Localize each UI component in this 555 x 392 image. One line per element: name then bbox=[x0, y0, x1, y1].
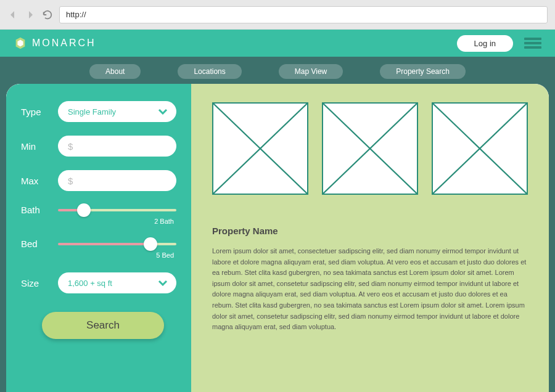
nav-map-view[interactable]: Map View bbox=[279, 64, 343, 79]
max-label: Max bbox=[21, 176, 49, 186]
bed-caption: 5 Bed bbox=[21, 251, 176, 259]
thumbnail-placeholder[interactable] bbox=[322, 102, 418, 195]
image-thumbnails bbox=[212, 102, 528, 195]
menu-icon[interactable] bbox=[524, 36, 541, 51]
bath-slider-thumb[interactable] bbox=[77, 203, 91, 217]
main-panel: Type Single Family Min $ Max $ Bath bbox=[6, 84, 549, 392]
filter-max-row: Max $ bbox=[21, 170, 176, 191]
bed-slider-thumb[interactable] bbox=[144, 237, 157, 251]
type-select[interactable]: Single Family bbox=[58, 101, 176, 122]
filter-size-row: Size 1,600 + sq ft bbox=[21, 272, 176, 293]
filter-bed-row: Bed 5 Bed bbox=[21, 239, 176, 259]
nav-locations[interactable]: Locations bbox=[178, 64, 241, 79]
bath-label: Bath bbox=[21, 205, 49, 215]
forward-button[interactable] bbox=[25, 9, 36, 20]
filter-sidebar: Type Single Family Min $ Max $ Bath bbox=[6, 84, 191, 392]
thumbnail-placeholder[interactable] bbox=[432, 102, 528, 195]
filter-min-row: Min $ bbox=[21, 136, 176, 157]
bath-slider[interactable] bbox=[58, 209, 176, 211]
filter-bath-row: Bath 2 Bath bbox=[21, 205, 176, 225]
property-description: Lorem ipsum dolor sit amet, consectetuer… bbox=[212, 246, 528, 333]
filter-type-row: Type Single Family bbox=[21, 101, 176, 122]
chevron-down-icon bbox=[158, 106, 168, 117]
size-label: Size bbox=[21, 278, 49, 288]
refresh-button[interactable] bbox=[42, 9, 53, 20]
login-button[interactable]: Log in bbox=[457, 35, 513, 52]
min-input[interactable]: $ bbox=[58, 136, 176, 157]
nav-about[interactable]: About bbox=[89, 64, 141, 79]
url-input[interactable] bbox=[59, 6, 548, 23]
min-label: Min bbox=[21, 141, 49, 152]
nav-property-search[interactable]: Property Search bbox=[380, 64, 466, 79]
type-value: Single Family bbox=[68, 107, 116, 116]
min-placeholder: $ bbox=[68, 141, 73, 152]
size-select[interactable]: 1,600 + sq ft bbox=[58, 272, 176, 293]
thumbnail-placeholder[interactable] bbox=[212, 102, 308, 195]
app-header: MONARCH Log in bbox=[0, 30, 555, 57]
bed-label: Bed bbox=[21, 239, 49, 249]
max-placeholder: $ bbox=[68, 176, 73, 186]
chevron-down-icon bbox=[158, 277, 168, 288]
bed-slider[interactable] bbox=[58, 243, 176, 245]
search-button[interactable]: Search bbox=[42, 312, 164, 339]
size-value: 1,600 + sq ft bbox=[68, 279, 112, 288]
content-area: Property Name Lorem ipsum dolor sit amet… bbox=[191, 84, 549, 392]
nav-bar: About Locations Map View Property Search bbox=[0, 59, 555, 84]
property-title: Property Name bbox=[212, 226, 528, 236]
type-label: Type bbox=[21, 107, 49, 117]
brand-text: MONARCH bbox=[32, 38, 96, 49]
monarch-logo-icon bbox=[14, 36, 27, 50]
bath-caption: 2 Bath bbox=[21, 218, 176, 225]
back-button[interactable] bbox=[7, 9, 18, 20]
max-input[interactable]: $ bbox=[58, 170, 176, 191]
browser-chrome bbox=[0, 0, 555, 30]
logo[interactable]: MONARCH bbox=[14, 36, 96, 50]
